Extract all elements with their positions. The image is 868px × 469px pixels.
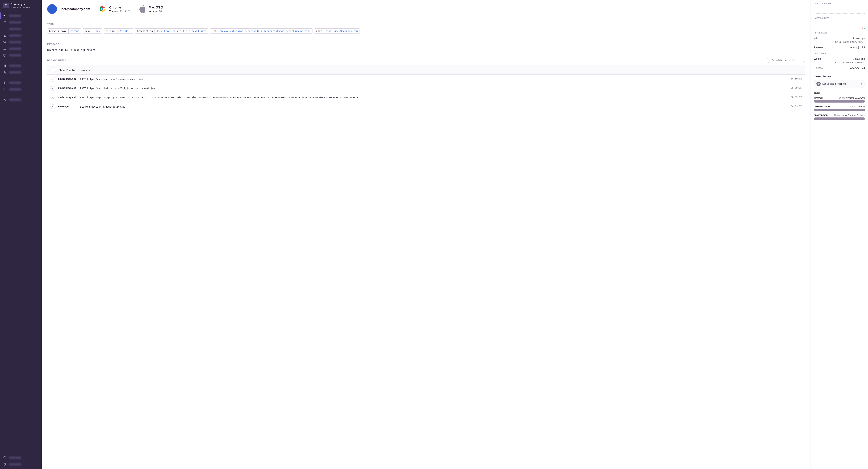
tag-stat-pct: 100% — [834, 114, 840, 116]
tag-pill[interactable]: transactionUser tried to visit a blocked… — [135, 29, 208, 34]
nav-label-blur — [9, 41, 21, 43]
breadcrumb-time: 06:59:05 — [789, 86, 802, 89]
breadcrumb-row[interactable]: >_ xmlhttprequest POST https://api.twitt… — [48, 84, 805, 93]
breadcrumbs-expand[interactable]: ••• Show 21 collapsed crumbs — [48, 65, 805, 75]
os-version: 10.15.5 — [159, 10, 167, 12]
bell-icon — [3, 463, 7, 466]
breadcrumb-row[interactable]: >_ message Blocked adclick.g.doubleclick… — [48, 102, 805, 111]
first-seen-release[interactable]: Apozy@1.5.4 — [850, 46, 865, 49]
nav-label-blur — [9, 81, 21, 84]
gauge-icon — [3, 88, 7, 91]
tag-stat-bar — [814, 100, 865, 103]
svg-rect-3 — [4, 48, 6, 49]
event-header: U user@company.com Chrome — [42, 0, 810, 18]
chevron-right-icon — [861, 83, 862, 85]
breadcrumbs-section: BREADCRUMBS ••• Show 21 collapsed crumbs… — [42, 53, 810, 116]
nav-list — [0, 11, 42, 469]
nav-label-blur — [9, 71, 21, 74]
breadcrumb-time: 06:59:37 — [789, 104, 802, 108]
breadcrumb-description: POST https://geico-app.quantummetric.com… — [80, 95, 787, 99]
message-text: Blocked adclick.g.doubleclick.net — [47, 48, 805, 52]
nav-item-alerts[interactable] — [0, 461, 42, 468]
svg-point-1 — [5, 22, 6, 22]
svg-point-16 — [101, 8, 103, 10]
breadcrumb-category: message — [58, 104, 77, 108]
nav-item[interactable] — [0, 52, 42, 59]
tag-stat-value: Chrome — [857, 105, 865, 108]
nav-item[interactable] — [0, 86, 42, 93]
terminal-icon: >_ — [51, 77, 55, 81]
tag-key: url — [210, 29, 218, 33]
svg-rect-4 — [4, 54, 6, 56]
breadcrumb-description: Blocked adclick.g.doubleclick.net — [80, 104, 787, 108]
svg-point-12 — [4, 99, 5, 100]
svg-point-0 — [4, 22, 5, 22]
nav-item[interactable] — [0, 69, 42, 76]
tag-stat-pct: 100% — [850, 105, 856, 108]
laptop-icon — [3, 47, 7, 51]
tag-pill[interactable]: useremail:user@company.com — [314, 29, 360, 34]
setup-tracking-label: Set up Issue Tracking — [823, 82, 859, 85]
nav-item[interactable] — [0, 63, 42, 69]
terminal-icon: >_ — [51, 104, 55, 109]
last-seen-release[interactable]: Apozy@1.5.4 — [850, 67, 865, 69]
last-seen-when-label: When: — [814, 58, 821, 60]
terminal-icon: >_ — [51, 86, 55, 91]
browser-name: Chrome — [109, 6, 130, 9]
tag-key: user — [314, 29, 324, 33]
section-title-tags: TAGS — [47, 23, 805, 25]
breadcrumbs-search-input[interactable] — [772, 59, 802, 62]
org-avatar: C — [3, 3, 9, 8]
people-icon — [3, 21, 7, 24]
nav-item[interactable] — [0, 45, 42, 52]
chevron-down-icon — [23, 3, 25, 5]
tag-stat-bar — [814, 118, 865, 120]
tag-pill[interactable]: browser.nameChrome — [47, 29, 81, 34]
chat-icon — [3, 54, 7, 57]
nav-item[interactable] — [0, 39, 42, 45]
nav-item-issues[interactable] — [0, 12, 42, 19]
nav-item[interactable] — [0, 32, 42, 39]
webhook-icon — [3, 71, 7, 74]
svg-rect-6 — [4, 65, 5, 67]
breadcrumbs-search[interactable] — [767, 58, 805, 63]
nav-item[interactable] — [0, 26, 42, 32]
nav-item[interactable] — [0, 97, 42, 103]
tag-key: os.name — [104, 29, 118, 33]
tag-stat-row[interactable]: environment 100% Apozy Browser Exten… — [814, 114, 865, 120]
first-seen-timestamp: Jun 22, 2020 6:59:37 AM PDT — [814, 41, 865, 43]
setup-issue-tracking-button[interactable]: Set up Issue Tracking — [814, 80, 865, 88]
tag-stat-row[interactable]: browser 100% Chrome 83.0.4103 — [814, 96, 865, 103]
user-email: user@company.com — [60, 7, 90, 11]
breadcrumbs-collapsed-label: Show 21 collapsed crumbs — [58, 69, 90, 71]
terminal-icon: >_ — [51, 95, 55, 100]
org-switcher[interactable]: C Company sec@company.com — [0, 0, 42, 11]
right-panel: LAST 24 HOURS LAST 30 DAYS FIRST SEEN Wh… — [811, 0, 868, 469]
breadcrumb-row[interactable]: >_ xmlhttprequest POST https://nextdoor.… — [48, 75, 805, 84]
nav-item[interactable] — [0, 79, 42, 86]
main-content: U user@company.com Chrome — [42, 0, 811, 469]
nav-label-blur — [9, 463, 21, 466]
tag-stat-row[interactable]: browser.name 100% Chrome — [814, 105, 865, 111]
nav-label-blur — [9, 34, 21, 37]
last-seen-release-label: Release: — [814, 67, 824, 69]
tag-pill[interactable]: levellow — [83, 29, 102, 34]
section-title-breadcrumbs: BREADCRUMBS — [47, 59, 66, 62]
breadcrumb-category: xmlhttprequest — [58, 86, 77, 89]
tag-stat-bar — [814, 109, 865, 111]
tag-value: email:user@company.com — [324, 29, 360, 33]
tag-pill[interactable]: urlchrome-extension://ceflpbdmjjilcndbpf… — [210, 29, 312, 34]
nav-label-blur — [9, 21, 21, 24]
nav-item[interactable] — [0, 19, 42, 26]
os-version-label: Version: — [149, 10, 158, 12]
breadcrumb-row[interactable]: >_ xmlhttprequest POST https://geico-app… — [48, 93, 805, 102]
tag-pill[interactable]: os.nameMac OS X — [104, 29, 133, 34]
user-avatar: U — [47, 4, 57, 14]
breadcrumb-description: POST https://api.twitter.com/1.1/jot/cli… — [80, 86, 787, 90]
last24-label: LAST 24 HOURS — [814, 2, 865, 5]
tag-key: browser.name — [48, 29, 69, 33]
nav-item-help[interactable] — [0, 455, 42, 461]
browser-version: 83.0.4103 — [119, 10, 130, 12]
ellipsis-icon: ••• — [51, 67, 55, 72]
tag-value: chrome-extension://ceflpbdmjjilcndbpfopf… — [218, 29, 312, 33]
